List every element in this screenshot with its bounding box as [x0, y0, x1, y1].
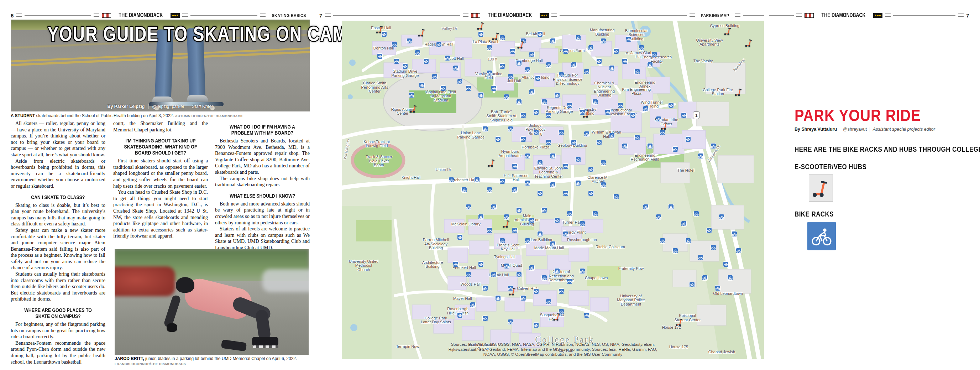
bike-rack-marker — [504, 263, 509, 268]
header-ornament — [689, 14, 695, 17]
photo2-caption: JAROD BRITT, junior, blades in a parking… — [115, 356, 309, 366]
maryland-flag-icon — [805, 13, 814, 18]
bike-rack-marker — [660, 130, 665, 135]
bike-rack-marker — [394, 59, 399, 64]
bike-rack-marker — [593, 211, 598, 216]
header-rule — [769, 15, 794, 16]
photo1-caption: A STUDENT skateboards behind the School … — [11, 113, 310, 118]
bike-rack-marker — [711, 245, 716, 250]
bike-rack-marker — [534, 323, 539, 328]
bike-rack-marker — [462, 187, 467, 192]
bike-rack-marker — [407, 38, 412, 43]
header-rule — [743, 15, 764, 16]
body-paragraph: For beginners, any of the flatground par… — [11, 321, 105, 340]
rollerblader-photo — [115, 249, 309, 355]
bike-rack-marker — [580, 268, 585, 273]
bike-rack-marker — [635, 135, 640, 140]
masthead: THE DIAMONDBACK — [102, 12, 180, 19]
bike-rack-marker — [500, 179, 505, 184]
bike-rack-marker — [567, 279, 572, 284]
bike-rack-marker — [517, 272, 522, 277]
bike-rack-marker — [508, 74, 513, 79]
bike-rack-marker — [546, 62, 551, 67]
attribution-line: Rijkswaterstaat, GSA, Geoland, FEMA, Int… — [414, 347, 692, 352]
bike-rack-marker — [529, 89, 534, 94]
bike-rack-marker — [698, 255, 703, 260]
bike-rack-marker — [517, 61, 522, 65]
body-paragraph: First time skaters should start off usin… — [113, 158, 208, 189]
bike-rack-marker — [589, 191, 593, 196]
byline-separator — [188, 104, 188, 109]
map-attribution: Sources: Esri, Airbus DS, USGS, NGA, NAS… — [414, 342, 692, 357]
bike-rack-marker — [732, 231, 737, 236]
bike-rack-marker — [605, 110, 610, 115]
inline-skate — [252, 337, 278, 346]
bike-rack-marker — [500, 64, 505, 69]
bike-rack-marker — [441, 86, 446, 91]
page6-section-label: SKATING BASICS — [272, 13, 306, 18]
bike-rack-marker — [648, 144, 652, 148]
bike-rack-marker — [542, 99, 547, 104]
bike-rack-marker — [576, 180, 581, 185]
bike-rack-marker — [491, 86, 496, 91]
white-car — [262, 269, 309, 292]
bike-rack-marker — [656, 116, 661, 121]
bike-rack-marker — [546, 299, 551, 304]
bike-rack-marker — [538, 191, 542, 196]
bike-rack-marker — [521, 137, 526, 142]
byline-separator — [148, 104, 148, 109]
bike-rack-marker — [538, 32, 542, 37]
header-ornament — [463, 14, 468, 17]
bike-rack-marker — [694, 211, 699, 216]
bike-rack-marker — [589, 45, 593, 50]
body-paragraph: Benanzea-Fontem recommends the space aro… — [11, 340, 105, 365]
bike-rack-marker — [668, 204, 673, 209]
bike-rack-marker — [563, 164, 568, 169]
bike-rack-marker — [559, 72, 564, 77]
bike-rack-marker — [639, 45, 644, 50]
bike-rack-marker — [534, 130, 539, 135]
bike-rack-marker — [534, 289, 539, 294]
bike-rack-marker — [534, 110, 539, 115]
bike-rack-marker — [436, 42, 441, 47]
bike-rack-marker — [635, 69, 640, 74]
bike-rack-marker — [719, 214, 724, 219]
bike-rack-marker — [652, 52, 657, 57]
bike-rack-marker — [550, 182, 555, 187]
red-car — [115, 266, 175, 296]
section-heading: WHAT DO I DO IF I’M HAVING A PROBLEM WIT… — [215, 124, 310, 136]
bike-rack-marker — [555, 92, 560, 97]
attribution-line: NOAA, USGS, © OpenStreetMap contributors… — [414, 352, 692, 357]
skater-right-shoe — [187, 95, 208, 103]
caption-lead: A STUDENT — [11, 113, 35, 118]
bike-rack-marker — [409, 92, 414, 97]
bike-rack-marker — [525, 238, 530, 243]
byline-separator — [870, 127, 870, 132]
bike-rack-marker — [517, 207, 522, 213]
bike-rack-marker — [622, 144, 627, 148]
bike-rack-marker — [584, 131, 589, 136]
bike-rack-marker — [542, 275, 547, 280]
header-ornament — [551, 14, 557, 17]
page7-right-header: THE DIAMONDBACK 7 — [769, 12, 969, 19]
bike-rack-marker — [445, 56, 450, 61]
bike-rack-marker — [681, 221, 686, 226]
bike-rack-marker — [457, 313, 462, 317]
page6-number: 6 — [11, 13, 14, 19]
bike-rack-marker — [508, 126, 513, 131]
bike-rack-marker — [563, 231, 568, 236]
bike-rack-marker — [711, 144, 716, 148]
photo1-credit: AUTUMN HENGEN/THE DIAMONDBACK — [175, 114, 243, 118]
bike-rack-marker — [457, 235, 462, 240]
bike-rack-marker — [686, 238, 690, 243]
bike-rack-marker — [643, 106, 648, 111]
bike-rack-marker — [508, 319, 513, 324]
header-ornament — [182, 14, 188, 17]
bike-rack-marker — [470, 302, 475, 307]
scooter-hub-marker — [734, 87, 743, 97]
article-byline: By Parker Leipzig @leipzig_parker Staff … — [11, 104, 310, 109]
article-column-3: WHAT DO I DO IF I’M HAVING A PROBLEM WIT… — [215, 119, 310, 251]
page7-header: 7 THE DIAMONDBACK PARKING MAP — [319, 12, 764, 19]
bike-rack-marker — [483, 316, 488, 321]
skate-wheels — [253, 345, 278, 348]
